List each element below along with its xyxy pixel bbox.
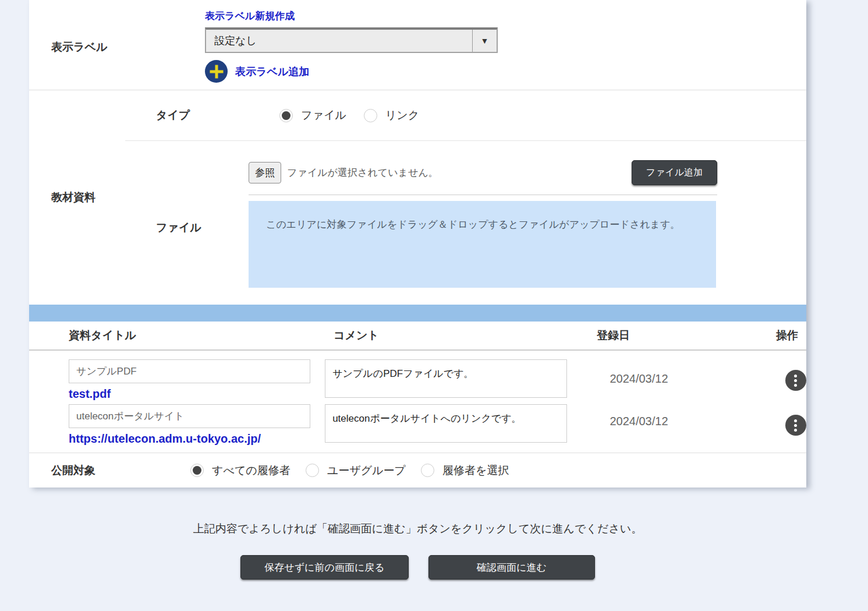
radio-unchecked-icon[interactable] xyxy=(364,109,377,122)
material-comment-input[interactable]: uteleconポータルサイトへのリンクです。 xyxy=(325,404,567,443)
add-display-label-link[interactable]: 表示ラベル追加 xyxy=(235,65,309,79)
back-button[interactable]: 保存せずに前の画面に戻る xyxy=(240,555,409,580)
create-display-label-link[interactable]: 表示ラベル新規作成 xyxy=(205,9,295,23)
instruction-text: 上記内容でよろしければ「確認画面に進む」ボタンをクリックして次に進んでください。 xyxy=(29,521,806,536)
material-file-link[interactable]: test.pdf xyxy=(69,387,111,401)
type-radio-link[interactable]: リンク xyxy=(364,108,419,123)
file-label: ファイル xyxy=(125,201,249,288)
material-section: 教材資料 タイプ ファイル リンク 参照 xyxy=(29,90,806,305)
header-ops: 操作 xyxy=(747,328,806,343)
file-block: 参照 ファイルが選択されていません。 ファイル追加 ファイル このエリアに対象フ… xyxy=(125,160,806,288)
type-label: タイプ xyxy=(125,108,279,123)
publish-radio-all-students[interactable]: すべての履修者 xyxy=(190,463,290,478)
header-title: 資料タイトル xyxy=(69,328,334,343)
publish-radio-select-students[interactable]: 履修者を選択 xyxy=(421,463,509,478)
display-label-select[interactable]: 設定なし ▼ xyxy=(205,27,498,53)
no-file-selected-text: ファイルが選択されていません。 xyxy=(287,166,632,179)
material-title-input[interactable] xyxy=(69,359,310,383)
file-dropzone[interactable]: このエリアに対象ファイルをドラッグ＆ドロップするとファイルがアップロードされます… xyxy=(249,201,716,288)
header-date: 登録日 xyxy=(597,328,747,343)
registered-date: 2024/03/12 xyxy=(579,404,725,428)
kebab-menu-icon[interactable] xyxy=(785,415,806,436)
type-radio-file[interactable]: ファイル xyxy=(279,108,346,123)
display-label-section: 表示ラベル 表示ラベル新規作成 設定なし ▼ 表示ラベル追加 xyxy=(29,0,806,90)
browse-button[interactable]: 参照 xyxy=(249,162,281,183)
publish-target-section: 公開対象 すべての履修者 ユーザグループ 履修者を選択 xyxy=(29,453,806,488)
registered-date: 2024/03/12 xyxy=(579,359,725,386)
table-row: https://utelecon.adm.u-tokyo.ac.jp/ utel… xyxy=(29,401,806,453)
radio-checked-icon[interactable] xyxy=(190,464,204,477)
proceed-confirm-button[interactable]: 確認画面に進む xyxy=(428,555,595,580)
material-row-label: 教材資料 xyxy=(51,190,95,205)
table-row: test.pdf サンプルのPDFファイルです。 2024/03/12 xyxy=(29,351,806,401)
radio-unchecked-icon[interactable] xyxy=(306,464,319,477)
header-comment: コメント xyxy=(334,328,597,343)
radio-checked-icon[interactable] xyxy=(279,109,293,122)
type-row: タイプ ファイル リンク xyxy=(125,90,806,141)
footer: 上記内容でよろしければ「確認画面に進む」ボタンをクリックして次に進んでください。… xyxy=(29,521,806,580)
plus-icon[interactable] xyxy=(205,60,228,83)
add-file-button[interactable]: ファイル追加 xyxy=(632,160,718,185)
chevron-down-icon: ▼ xyxy=(481,36,489,45)
publish-radio-user-group[interactable]: ユーザグループ xyxy=(306,463,406,478)
display-label-select-value: 設定なし xyxy=(206,34,472,48)
material-url-link[interactable]: https://utelecon.adm.u-tokyo.ac.jp/ xyxy=(69,432,261,446)
material-title-input[interactable] xyxy=(69,404,310,428)
select-dropdown-button[interactable]: ▼ xyxy=(472,30,497,52)
publish-target-label: 公開対象 xyxy=(29,463,190,478)
materials-table-header: 資料タイトル コメント 登録日 操作 xyxy=(29,322,806,351)
material-comment-input[interactable]: サンプルのPDFファイルです。 xyxy=(325,359,567,398)
material-form-card: 表示ラベル 表示ラベル新規作成 設定なし ▼ 表示ラベル追加 教材資料 タイプ xyxy=(29,0,806,488)
kebab-menu-icon[interactable] xyxy=(785,370,806,391)
table-accent-bar xyxy=(29,305,806,322)
dropzone-text: このエリアに対象ファイルをドラッグ＆ドロップするとファイルがアップロードされます… xyxy=(266,217,699,232)
display-label-row-label: 表示ラベル xyxy=(51,41,107,53)
radio-unchecked-icon[interactable] xyxy=(421,464,434,477)
